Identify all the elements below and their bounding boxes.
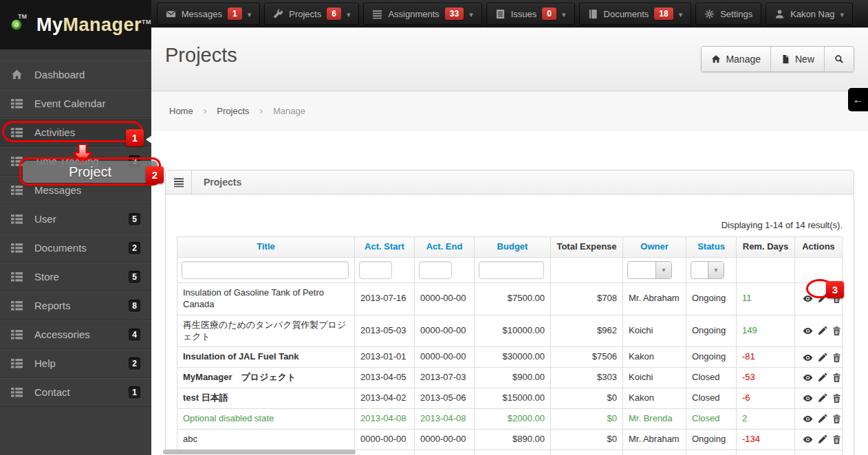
update-action-button[interactable] bbox=[817, 325, 827, 337]
nav-item-label: Projects bbox=[289, 9, 321, 19]
total-expense-value: $0 bbox=[607, 392, 617, 403]
sidebar-item-dashboard[interactable]: Dashboard bbox=[0, 60, 151, 89]
update-action-button[interactable] bbox=[817, 293, 827, 304]
sidebar-item-label: Dashboard bbox=[34, 69, 85, 80]
delete-action-button[interactable] bbox=[832, 325, 842, 337]
sidebar-item-accessories[interactable]: Accessories4 bbox=[0, 320, 151, 349]
table-cell: 0000-00-00 bbox=[415, 282, 475, 315]
table-cell: 2013-07-03 bbox=[415, 368, 475, 388]
new-button[interactable]: New bbox=[770, 47, 824, 71]
owner-name: Mr. Abraham bbox=[629, 434, 680, 444]
table-cell: $2000.00 bbox=[475, 409, 551, 430]
delete-action-button[interactable] bbox=[832, 413, 842, 425]
filter-owner-select[interactable] bbox=[627, 261, 672, 279]
pencil-icon bbox=[817, 326, 827, 336]
table-cell: $7500.00 bbox=[475, 282, 551, 315]
owner-name: Koichi bbox=[629, 372, 653, 382]
filter-cell bbox=[795, 257, 843, 282]
delete-action-button[interactable] bbox=[832, 434, 842, 445]
manage-button-label: Manage bbox=[726, 54, 761, 65]
list-icon bbox=[11, 213, 23, 225]
sidebar-item-help[interactable]: Help2 bbox=[0, 349, 151, 378]
nav-item-settings[interactable]: Settings bbox=[695, 3, 761, 25]
table-cell: abc bbox=[177, 430, 355, 450]
column-header-act-start[interactable]: Act. Start bbox=[355, 237, 415, 258]
delete-action-button[interactable] bbox=[832, 372, 842, 384]
breadcrumb-projects[interactable]: Projects bbox=[217, 106, 249, 116]
table-cell: 2013-07-16 bbox=[355, 282, 415, 315]
update-action-button[interactable] bbox=[817, 392, 827, 404]
delete-action-button[interactable] bbox=[832, 293, 842, 304]
collapse-sidebar-button[interactable] bbox=[848, 88, 868, 111]
nav-item-assignments[interactable]: Assignments33 bbox=[363, 3, 481, 25]
filter-status-select[interactable] bbox=[691, 261, 724, 279]
column-header-act-end[interactable]: Act. End bbox=[415, 237, 475, 258]
sidebar-item-user[interactable]: User5 bbox=[0, 205, 151, 234]
filter-act-end-input[interactable] bbox=[419, 261, 452, 279]
sidebar-item-activities[interactable]: Activities bbox=[0, 118, 151, 147]
horizontal-scrollbar-thumb[interactable] bbox=[163, 450, 356, 454]
sidebar-item-event-calendar[interactable]: Event Calendar bbox=[0, 89, 151, 118]
sidebar-item-documents[interactable]: Documents2 bbox=[0, 234, 151, 263]
filter-cell bbox=[177, 257, 355, 282]
nav-item-messages[interactable]: Messages1 bbox=[157, 3, 260, 25]
logo-tm-mark: TM bbox=[142, 19, 151, 25]
act-end-date: 0000-00-00 bbox=[420, 325, 466, 335]
update-action-button[interactable] bbox=[817, 351, 827, 363]
view-action-button[interactable] bbox=[803, 392, 813, 404]
column-header-status[interactable]: Status bbox=[686, 237, 737, 258]
table-cell: Koichi bbox=[623, 368, 686, 388]
update-action-button[interactable] bbox=[817, 434, 827, 445]
filter-budget-input[interactable] bbox=[479, 261, 544, 279]
table-row: 再生医療のためのタンパク質作製プロジェクト2013-05-030000-00-0… bbox=[177, 315, 843, 347]
budget-value: $890.00 bbox=[512, 434, 545, 444]
panel-menu-button[interactable] bbox=[166, 170, 192, 194]
sidebar-item-messages[interactable]: Messages bbox=[0, 176, 151, 205]
nav-item-issues[interactable]: Issues0 bbox=[486, 3, 575, 25]
update-action-button[interactable] bbox=[817, 372, 827, 384]
view-action-button[interactable] bbox=[803, 434, 813, 445]
view-action-button[interactable] bbox=[803, 351, 813, 363]
owner-name: Kakon bbox=[629, 351, 654, 362]
table-cell bbox=[795, 368, 843, 388]
table-cell: 再生医療のためのタンパク質作製プロジェクト bbox=[177, 315, 355, 347]
filter-title-input[interactable] bbox=[182, 261, 349, 279]
act-start-date: 2013-05-03 bbox=[360, 325, 406, 335]
pencil-icon bbox=[817, 373, 827, 383]
view-action-button[interactable] bbox=[803, 325, 813, 337]
delete-action-button[interactable] bbox=[832, 392, 842, 404]
nav-item-kakon-nag[interactable]: Kakon Nag bbox=[766, 3, 853, 25]
sidebar-item-label: Event Calendar bbox=[34, 98, 105, 109]
status-value: Ongoing bbox=[692, 325, 726, 335]
chevron-down-icon bbox=[562, 9, 566, 19]
sidebar-item-store[interactable]: Store5 bbox=[0, 263, 151, 291]
view-action-button[interactable] bbox=[803, 413, 813, 425]
manage-button[interactable]: Manage bbox=[702, 47, 770, 71]
act-end-date: 2013-07-03 bbox=[420, 372, 466, 382]
column-header-owner[interactable]: Owner bbox=[623, 237, 686, 258]
sidebar-item-time-tracking[interactable]: Time Tracking3 bbox=[0, 147, 151, 176]
update-action-button[interactable] bbox=[817, 413, 827, 425]
column-header-budget[interactable]: Budget bbox=[475, 237, 551, 258]
sidebar-item-label: Contact bbox=[34, 386, 70, 398]
chevron-down-icon bbox=[655, 262, 671, 278]
act-start-date: 2013-01-01 bbox=[360, 351, 406, 362]
search-button[interactable] bbox=[824, 47, 854, 71]
app-logo[interactable]: TM MyManagerTM bbox=[0, 0, 151, 49]
nav-item-projects[interactable]: Projects6 bbox=[264, 3, 359, 25]
filter-act-start-input[interactable] bbox=[359, 261, 392, 279]
gear-icon bbox=[704, 9, 715, 19]
filter-cell bbox=[551, 257, 623, 282]
nav-item-documents[interactable]: Documents18 bbox=[579, 3, 692, 25]
project-title: Insulation of JAL Fuel Tank bbox=[183, 351, 299, 362]
column-header-title[interactable]: Title bbox=[177, 237, 355, 258]
view-action-button[interactable] bbox=[803, 293, 813, 304]
breadcrumb-home[interactable]: Home bbox=[169, 106, 193, 116]
eye-icon bbox=[803, 393, 813, 403]
project-title: MyManager プロジェクト bbox=[183, 372, 296, 382]
remaining-days: -134 bbox=[742, 434, 760, 444]
view-action-button[interactable] bbox=[803, 372, 813, 384]
delete-action-button[interactable] bbox=[832, 351, 842, 363]
sidebar-item-reports[interactable]: Reports8 bbox=[0, 291, 151, 320]
sidebar-item-contact[interactable]: Contact1 bbox=[0, 378, 151, 407]
